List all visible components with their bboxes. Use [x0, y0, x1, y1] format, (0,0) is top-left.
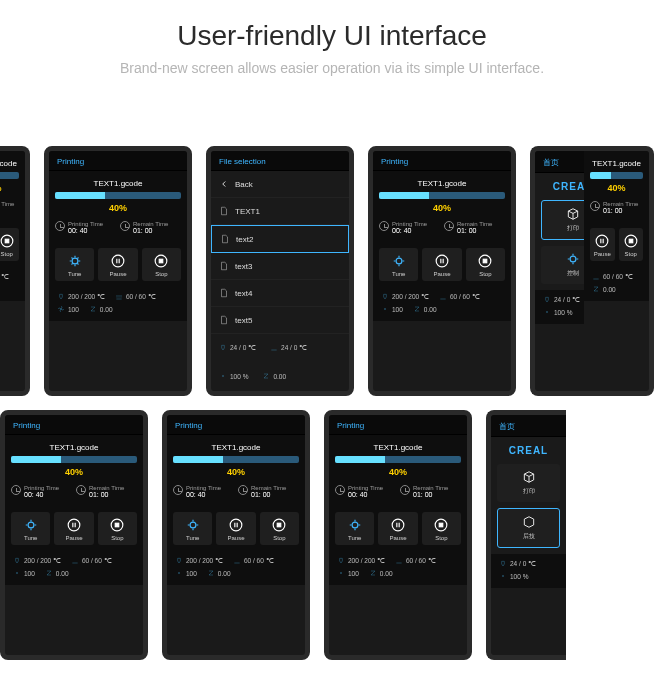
svg-point-14 — [436, 255, 448, 267]
stop-button[interactable]: Stop — [98, 512, 137, 545]
clock-icon — [335, 485, 345, 495]
svg-point-35 — [230, 519, 242, 531]
svg-point-28 — [68, 519, 80, 531]
svg-point-19 — [384, 308, 385, 309]
clock-icon — [76, 485, 86, 495]
stat-bed: 60 / 60 ℃ — [115, 293, 156, 301]
back-label: Back — [235, 180, 253, 189]
remain-time-value: 01: 00 — [133, 227, 168, 234]
stop-button[interactable]: Stop — [466, 248, 505, 281]
svg-point-13 — [396, 258, 402, 264]
stat-bed: 60 / 60 ℃ — [0, 273, 9, 281]
svg-point-40 — [178, 572, 179, 573]
screen-printing-partial-left: TEXT1.gcode 40% Remain Time01: 00 Pause … — [0, 146, 30, 396]
svg-point-21 — [546, 311, 547, 312]
stop-button[interactable]: Stop — [0, 228, 19, 261]
stat-nozzle: 24 / 0 ℃ — [219, 344, 256, 352]
stop-icon — [0, 234, 14, 249]
stat-z: 0.00 — [89, 305, 113, 313]
home-print-button[interactable]: 打印 — [497, 464, 560, 502]
home-control-button[interactable]: 后技 — [497, 508, 560, 548]
pause-icon — [111, 254, 125, 269]
pause-button[interactable]: Pause — [98, 248, 137, 281]
svg-point-47 — [340, 572, 341, 573]
pause-icon — [391, 518, 405, 533]
svg-point-34 — [190, 522, 196, 528]
svg-point-6 — [112, 255, 124, 267]
stop-icon — [434, 518, 448, 533]
screen-title: File selection — [211, 151, 349, 171]
screen-title: Printing — [373, 151, 511, 171]
stat-z: 0.00 — [262, 372, 286, 380]
clock-icon — [238, 485, 248, 495]
stop-button[interactable]: Stop — [260, 512, 299, 545]
box-icon — [566, 207, 580, 222]
wrench-gear-icon — [392, 254, 406, 269]
screen-printing-partial-left-2: TEXT1.gcode 40% Remain Time01: 00 Pause … — [584, 146, 654, 396]
file-row[interactable]: TEXT1 — [211, 198, 349, 225]
tune-button[interactable]: Tune — [379, 248, 418, 281]
svg-point-41 — [352, 522, 358, 528]
svg-point-48 — [502, 575, 503, 576]
filename: TEXT1.gcode — [0, 159, 19, 168]
stop-icon — [272, 518, 286, 533]
svg-point-22 — [596, 235, 608, 247]
clock-icon — [11, 485, 21, 495]
filename: TEXT1.gcode — [55, 179, 181, 188]
pause-button[interactable]: Pause — [378, 512, 417, 545]
progress-pct: 40% — [0, 183, 19, 193]
screen-printing-3: Printing TEXT1.gcode 40% Printing Time00… — [0, 410, 148, 660]
file-row-back[interactable]: Back — [211, 171, 349, 198]
page-subtitle: Brand-new screen allows easier operation… — [10, 60, 654, 76]
svg-rect-10 — [160, 259, 164, 263]
svg-point-5 — [72, 258, 78, 264]
progress-bar — [0, 172, 19, 179]
screen-printing-2: Printing TEXT1.gcode 40% Printing Time00… — [368, 146, 516, 396]
wrench-gear-icon — [24, 518, 38, 533]
stop-button[interactable]: Stop — [422, 512, 461, 545]
wrench-gear-icon — [348, 518, 362, 533]
pause-icon — [229, 518, 243, 533]
screen-home-partial-right-2: 首页 CREAL 打印 后技 24 / 0 ℃ 100 % — [486, 410, 566, 660]
wrench-gear-icon — [68, 254, 82, 269]
screen-printing-4: Printing TEXT1.gcode 40% Printing Time00… — [162, 410, 310, 660]
clock-icon — [444, 221, 454, 231]
printing-time-value: 00: 40 — [68, 227, 103, 234]
stop-button[interactable]: Stop — [619, 228, 644, 261]
page-header: User-friendly UI interface Brand-new scr… — [0, 0, 664, 86]
stop-icon — [478, 254, 492, 269]
file-row[interactable]: text4 — [211, 280, 349, 307]
pause-button[interactable]: Pause — [216, 512, 255, 545]
svg-point-33 — [16, 572, 17, 573]
tune-button[interactable]: Tune — [11, 512, 50, 545]
tune-button[interactable]: Tune — [55, 248, 94, 281]
file-row[interactable]: text2 — [211, 225, 349, 253]
tune-button[interactable]: Tune — [173, 512, 212, 545]
pause-button[interactable]: Pause — [422, 248, 461, 281]
stop-icon — [154, 254, 168, 269]
stat-fan: 100 — [57, 305, 79, 313]
pause-button[interactable]: Pause — [54, 512, 93, 545]
clock-icon — [400, 485, 410, 495]
pause-icon — [67, 518, 81, 533]
stop-button[interactable]: Stop — [142, 248, 181, 281]
pause-button[interactable]: Pause — [590, 228, 615, 261]
svg-point-12 — [222, 375, 223, 376]
svg-rect-4 — [5, 239, 9, 243]
clock-icon — [173, 485, 183, 495]
pause-icon — [435, 254, 449, 269]
file-row[interactable]: text5 — [211, 307, 349, 334]
file-row[interactable]: text3 — [211, 253, 349, 280]
svg-rect-46 — [440, 523, 444, 527]
stat-bed: 24 / 0 ℃ — [270, 344, 307, 352]
tune-button[interactable]: Tune — [335, 512, 374, 545]
stop-icon — [624, 234, 638, 249]
page-title: User-friendly UI interface — [10, 20, 654, 52]
clock-icon — [120, 221, 130, 231]
stop-icon — [110, 518, 124, 533]
clock-icon — [590, 201, 600, 211]
svg-point-27 — [28, 522, 34, 528]
svg-rect-26 — [629, 239, 633, 243]
pause-icon — [595, 234, 609, 249]
screen-title: Printing — [49, 151, 187, 171]
